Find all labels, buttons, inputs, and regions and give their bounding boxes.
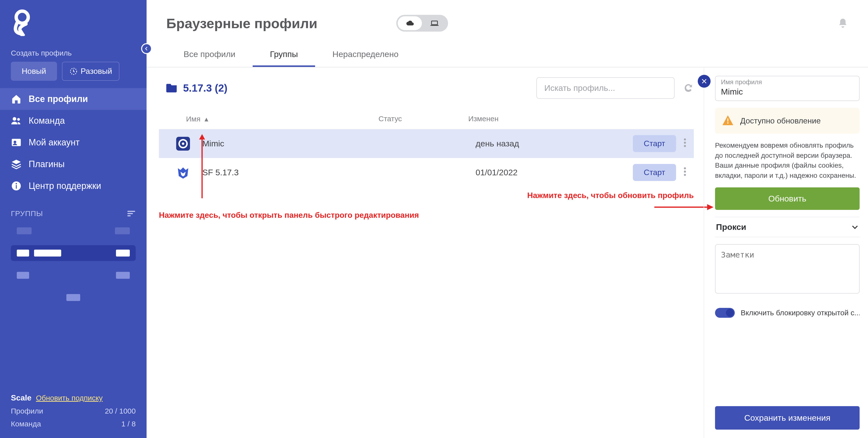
quick-profile-label: Разовый	[81, 67, 112, 76]
svg-point-11	[684, 142, 686, 143]
main-content: Браузерные профили Все профили Группы Не…	[147, 0, 868, 438]
nav-all-profiles[interactable]: Все профили	[0, 88, 147, 110]
profile-name-input[interactable]	[721, 86, 854, 96]
bell-icon	[837, 18, 848, 29]
svg-point-3	[17, 118, 20, 121]
nav-account[interactable]: Мой аккаунт	[0, 132, 147, 153]
group-item-selected[interactable]	[11, 245, 136, 261]
update-alert: Доступно обновление	[715, 108, 860, 134]
storage-toggle[interactable]	[396, 15, 448, 32]
row-menu-button[interactable]	[683, 138, 686, 150]
tab-groups[interactable]: Группы	[253, 44, 315, 67]
app-logo	[0, 0, 147, 42]
profile-name-field[interactable]: Имя профиля	[715, 76, 860, 101]
row-name: SF 5.17.3	[202, 168, 389, 177]
nav-label: Команда	[29, 116, 65, 126]
cloud-icon	[398, 20, 422, 27]
main-nav: Все профили Команда Мой аккаунт Плагины …	[0, 88, 147, 197]
team-value: 1 / 8	[121, 420, 136, 428]
proxy-section-toggle[interactable]: Прокси	[715, 217, 860, 237]
mimic-browser-icon	[176, 137, 190, 151]
notes-input[interactable]	[715, 244, 860, 294]
svg-point-13	[684, 167, 686, 169]
profile-tabs: Все профили Группы Нераспределено	[147, 36, 868, 67]
plugins-icon	[11, 159, 22, 170]
col-modified-label[interactable]: Изменен	[468, 115, 498, 123]
group-name[interactable]: 5.17.3 (2)	[183, 82, 227, 94]
profiles-value: 20 / 1000	[105, 407, 136, 415]
tab-all[interactable]: Все профили	[166, 44, 253, 67]
chevron-down-icon	[851, 224, 859, 231]
team-icon	[11, 115, 22, 126]
table-header: Имя ▴ Статус Изменен	[159, 106, 694, 129]
account-icon	[11, 137, 22, 148]
svg-point-2	[12, 117, 16, 121]
proxy-label: Прокси	[716, 222, 746, 232]
notifications-button[interactable]	[837, 18, 848, 29]
nav-support[interactable]: Центр поддержки	[0, 175, 147, 197]
sort-asc-icon: ▴	[205, 115, 208, 123]
update-subscription-link[interactable]: Обновить подписку	[36, 394, 103, 402]
session-lock-toggle[interactable]	[715, 308, 735, 318]
row-modified: день назад	[463, 139, 587, 148]
nav-label: Плагины	[29, 159, 65, 169]
toggle-label: Включить блокировку открытой с...	[741, 309, 860, 317]
annotation-update-hint: Нажмите здесь, чтобы обновить профиль	[527, 191, 694, 200]
col-status-label[interactable]: Статус	[378, 115, 402, 123]
nav-label: Все профили	[29, 94, 88, 104]
laptop-icon	[422, 20, 446, 27]
svg-point-21	[727, 122, 728, 123]
tab-unassigned[interactable]: Нераспределено	[315, 44, 416, 67]
group-list	[0, 223, 147, 305]
team-label: Команда	[11, 420, 41, 428]
update-profile-button[interactable]: Обновить	[715, 187, 860, 210]
quick-edit-panel: Имя профиля Доступно обновление Рекоменд…	[704, 67, 868, 438]
nav-label: Центр поддержки	[29, 181, 101, 191]
sort-icon[interactable]	[127, 209, 136, 218]
svg-rect-7	[16, 185, 17, 188]
search-input[interactable]	[536, 77, 675, 99]
annotation-edit-hint: Нажмите здесь, чтобы открыть панель быст…	[159, 211, 419, 220]
close-panel-button[interactable]	[698, 75, 711, 88]
folder-icon	[166, 83, 178, 94]
field-label: Имя профиля	[721, 78, 854, 86]
sidebar: Создать профиль Новый Разовый Все профил…	[0, 0, 147, 438]
refresh-button[interactable]	[683, 82, 694, 94]
svg-rect-9	[432, 21, 437, 25]
start-button[interactable]: Старт	[633, 135, 676, 152]
svg-point-12	[684, 145, 686, 147]
nav-label: Мой аккаунт	[29, 137, 80, 148]
group-item[interactable]	[11, 223, 136, 239]
stealthfox-browser-icon	[176, 166, 190, 179]
group-item[interactable]	[11, 290, 136, 305]
plan-name: Scale	[11, 393, 32, 403]
svg-point-5	[13, 141, 16, 143]
svg-point-10	[684, 138, 686, 140]
warning-icon	[722, 115, 733, 126]
profile-list-area: 5.17.3 (2) Имя ▴ Статус Изменен	[147, 67, 704, 438]
nav-team[interactable]: Команда	[0, 110, 147, 132]
row-name: Mimic	[202, 139, 389, 148]
start-button[interactable]: Старт	[633, 164, 676, 181]
quick-profile-button[interactable]: Разовый	[62, 62, 120, 81]
table-row[interactable]: Mimic день назад Старт	[159, 129, 694, 158]
create-profile-label: Создать профиль	[0, 42, 147, 62]
new-profile-button[interactable]: Новый	[11, 62, 57, 81]
row-menu-button[interactable]	[683, 167, 686, 178]
groups-header: ГРУППЫ	[0, 197, 147, 223]
alert-text: Доступно обновление	[740, 116, 820, 125]
groups-label: ГРУППЫ	[11, 209, 43, 218]
col-name-label[interactable]: Имя	[186, 115, 200, 123]
quick-icon	[69, 67, 78, 76]
close-icon	[701, 78, 707, 84]
table-row[interactable]: SF 5.17.3 01/01/2022 Старт	[159, 158, 694, 187]
svg-point-14	[684, 170, 686, 172]
svg-point-15	[684, 174, 686, 176]
group-item[interactable]	[11, 267, 136, 283]
logo-icon	[11, 9, 34, 36]
svg-point-8	[16, 183, 17, 184]
sidebar-footer: Scale Обновить подписку Профили 20 / 100…	[0, 386, 147, 438]
nav-plugins[interactable]: Плагины	[0, 153, 147, 175]
session-lock-toggle-row: Включить блокировку открытой с...	[715, 308, 860, 318]
save-changes-button[interactable]: Сохранить изменения	[715, 406, 860, 430]
